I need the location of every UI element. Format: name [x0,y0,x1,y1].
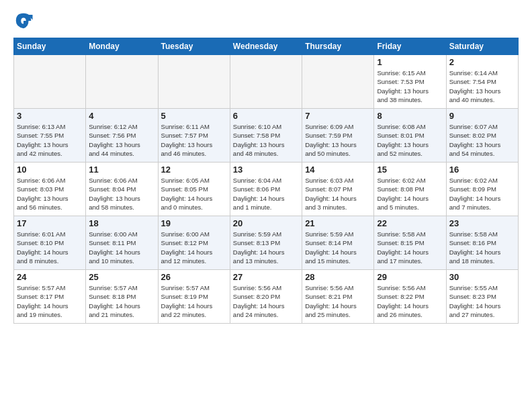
day-number: 5 [161,111,227,121]
header [13,11,519,31]
calendar-cell: 24Sunrise: 5:57 AM Sunset: 8:17 PM Dayli… [14,270,86,324]
day-info: Sunrise: 6:12 AM Sunset: 7:56 PM Dayligh… [89,122,154,158]
day-number: 14 [305,165,371,175]
day-number: 2 [449,57,515,67]
day-number: 16 [449,165,515,175]
day-number: 25 [89,272,154,282]
day-number: 22 [377,218,443,228]
header-sunday: Sunday [14,38,86,55]
calendar-cell: 28Sunrise: 5:56 AM Sunset: 8:21 PM Dayli… [302,270,374,324]
calendar-cell: 20Sunrise: 5:59 AM Sunset: 8:13 PM Dayli… [230,216,302,270]
day-info: Sunrise: 6:02 AM Sunset: 8:08 PM Dayligh… [377,176,443,212]
day-number: 9 [449,111,515,121]
calendar-cell: 12Sunrise: 6:05 AM Sunset: 8:05 PM Dayli… [158,163,230,216]
calendar-cell: 23Sunrise: 5:58 AM Sunset: 8:16 PM Dayli… [446,216,518,270]
day-info: Sunrise: 6:06 AM Sunset: 8:04 PM Dayligh… [89,176,154,212]
day-info: Sunrise: 6:03 AM Sunset: 8:07 PM Dayligh… [305,176,371,212]
day-number: 28 [305,272,371,282]
calendar-cell: 14Sunrise: 6:03 AM Sunset: 8:07 PM Dayli… [302,163,374,216]
calendar-cell: 27Sunrise: 5:56 AM Sunset: 8:20 PM Dayli… [230,270,302,324]
header-wednesday: Wednesday [230,38,302,55]
week-row: 17Sunrise: 6:01 AM Sunset: 8:10 PM Dayli… [14,216,519,270]
calendar-cell: 19Sunrise: 6:00 AM Sunset: 8:12 PM Dayli… [158,216,230,270]
day-info: Sunrise: 5:58 AM Sunset: 8:16 PM Dayligh… [449,230,515,265]
calendar-cell [86,55,158,109]
calendar-header-row: SundayMondayTuesdayWednesdayThursdayFrid… [14,38,519,55]
calendar-cell: 3Sunrise: 6:13 AM Sunset: 7:55 PM Daylig… [14,109,86,163]
day-info: Sunrise: 5:57 AM Sunset: 8:18 PM Dayligh… [89,283,154,319]
day-info: Sunrise: 5:59 AM Sunset: 8:13 PM Dayligh… [233,230,299,265]
day-number: 4 [89,111,154,121]
day-number: 29 [377,272,443,282]
day-info: Sunrise: 6:09 AM Sunset: 7:59 PM Dayligh… [305,122,371,158]
calendar-cell [14,55,86,109]
day-info: Sunrise: 6:11 AM Sunset: 7:57 PM Dayligh… [161,122,227,158]
logo [13,11,36,31]
day-info: Sunrise: 5:59 AM Sunset: 8:14 PM Dayligh… [305,230,371,265]
day-number: 12 [161,165,227,175]
day-info: Sunrise: 5:56 AM Sunset: 8:22 PM Dayligh… [377,283,443,319]
day-info: Sunrise: 5:56 AM Sunset: 8:21 PM Dayligh… [305,283,371,319]
calendar-table: SundayMondayTuesdayWednesdayThursdayFrid… [13,38,519,324]
day-info: Sunrise: 5:55 AM Sunset: 8:23 PM Dayligh… [449,283,515,319]
calendar-cell: 18Sunrise: 6:00 AM Sunset: 8:11 PM Dayli… [86,216,158,270]
week-row: 10Sunrise: 6:06 AM Sunset: 8:03 PM Dayli… [14,163,519,216]
calendar-cell: 2Sunrise: 6:14 AM Sunset: 7:54 PM Daylig… [446,55,518,109]
page: SundayMondayTuesdayWednesdayThursdayFrid… [0,0,532,332]
day-number: 3 [17,111,83,121]
calendar-cell: 17Sunrise: 6:01 AM Sunset: 8:10 PM Dayli… [14,216,86,270]
day-info: Sunrise: 6:01 AM Sunset: 8:10 PM Dayligh… [17,230,83,265]
day-number: 10 [17,165,83,175]
day-info: Sunrise: 6:07 AM Sunset: 8:02 PM Dayligh… [449,122,515,158]
day-info: Sunrise: 6:02 AM Sunset: 8:09 PM Dayligh… [449,176,515,212]
day-info: Sunrise: 5:58 AM Sunset: 8:15 PM Dayligh… [377,230,443,265]
day-info: Sunrise: 6:13 AM Sunset: 7:55 PM Dayligh… [17,122,83,158]
header-saturday: Saturday [446,38,518,55]
calendar-cell: 21Sunrise: 5:59 AM Sunset: 8:14 PM Dayli… [302,216,374,270]
calendar-cell: 4Sunrise: 6:12 AM Sunset: 7:56 PM Daylig… [86,109,158,163]
header-tuesday: Tuesday [158,38,230,55]
calendar-cell: 5Sunrise: 6:11 AM Sunset: 7:57 PM Daylig… [158,109,230,163]
calendar-cell [158,55,230,109]
day-number: 24 [17,272,83,282]
week-row: 24Sunrise: 5:57 AM Sunset: 8:17 PM Dayli… [14,270,519,324]
day-number: 21 [305,218,371,228]
header-friday: Friday [374,38,446,55]
day-info: Sunrise: 6:04 AM Sunset: 8:06 PM Dayligh… [233,176,299,212]
day-info: Sunrise: 6:00 AM Sunset: 8:12 PM Dayligh… [161,230,227,265]
week-row: 1Sunrise: 6:15 AM Sunset: 7:53 PM Daylig… [14,55,519,109]
day-number: 20 [233,218,299,228]
day-info: Sunrise: 5:56 AM Sunset: 8:20 PM Dayligh… [233,283,299,319]
calendar-cell: 10Sunrise: 6:06 AM Sunset: 8:03 PM Dayli… [14,163,86,216]
calendar-cell: 26Sunrise: 5:57 AM Sunset: 8:19 PM Dayli… [158,270,230,324]
calendar-cell: 6Sunrise: 6:10 AM Sunset: 7:58 PM Daylig… [230,109,302,163]
calendar-cell: 16Sunrise: 6:02 AM Sunset: 8:09 PM Dayli… [446,163,518,216]
header-monday: Monday [86,38,158,55]
day-number: 13 [233,165,299,175]
day-number: 1 [377,57,443,67]
day-number: 11 [89,165,154,175]
day-info: Sunrise: 6:00 AM Sunset: 8:11 PM Dayligh… [89,230,154,265]
calendar-cell: 1Sunrise: 6:15 AM Sunset: 7:53 PM Daylig… [374,55,446,109]
day-info: Sunrise: 6:14 AM Sunset: 7:54 PM Dayligh… [449,68,515,104]
day-number: 17 [17,218,83,228]
day-number: 30 [449,272,515,282]
day-number: 23 [449,218,515,228]
day-number: 6 [233,111,299,121]
calendar-cell: 22Sunrise: 5:58 AM Sunset: 8:15 PM Dayli… [374,216,446,270]
calendar-cell [302,55,374,109]
calendar-cell: 25Sunrise: 5:57 AM Sunset: 8:18 PM Dayli… [86,270,158,324]
day-number: 18 [89,218,154,228]
day-info: Sunrise: 5:57 AM Sunset: 8:17 PM Dayligh… [17,283,83,319]
calendar-cell [230,55,302,109]
day-number: 26 [161,272,227,282]
day-info: Sunrise: 5:57 AM Sunset: 8:19 PM Dayligh… [161,283,227,319]
calendar-cell: 7Sunrise: 6:09 AM Sunset: 7:59 PM Daylig… [302,109,374,163]
day-info: Sunrise: 6:08 AM Sunset: 8:01 PM Dayligh… [377,122,443,158]
day-number: 19 [161,218,227,228]
logo-icon [13,11,34,31]
calendar-cell: 29Sunrise: 5:56 AM Sunset: 8:22 PM Dayli… [374,270,446,324]
calendar-cell: 15Sunrise: 6:02 AM Sunset: 8:08 PM Dayli… [374,163,446,216]
calendar-cell: 30Sunrise: 5:55 AM Sunset: 8:23 PM Dayli… [446,270,518,324]
calendar-cell: 13Sunrise: 6:04 AM Sunset: 8:06 PM Dayli… [230,163,302,216]
